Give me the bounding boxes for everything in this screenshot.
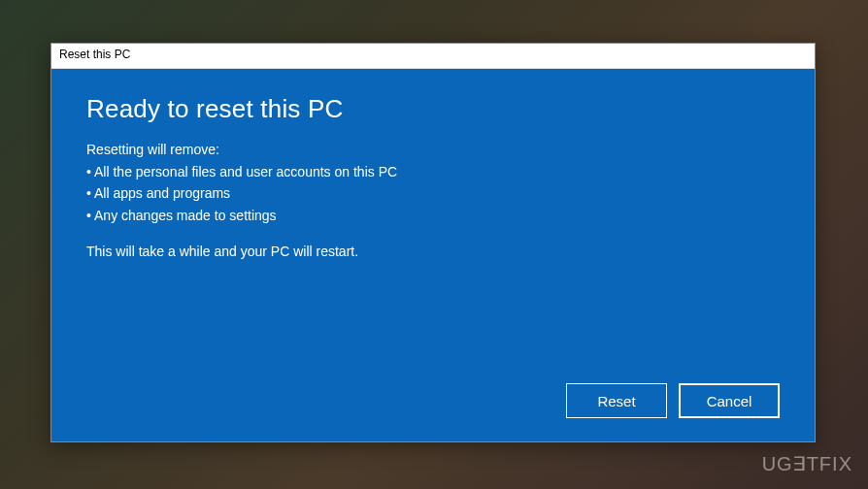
watermark: UG∃TFIX <box>762 452 852 475</box>
removal-list: All the personal files and user accounts… <box>86 161 780 226</box>
dialog-subheading: Resetting will remove: <box>86 142 780 157</box>
reset-pc-dialog: Reset this PC Ready to reset this PC Res… <box>50 43 816 442</box>
dialog-title-bar: Reset this PC <box>51 44 815 69</box>
dialog-note: This will take a while and your PC will … <box>86 244 780 259</box>
dialog-body: Ready to reset this PC Resetting will re… <box>51 69 815 441</box>
watermark-text: UG∃TFIX <box>762 453 852 474</box>
reset-button[interactable]: Reset <box>566 383 667 418</box>
list-item: All apps and programs <box>86 182 780 204</box>
cancel-button[interactable]: Cancel <box>679 383 780 418</box>
dialog-title-text: Reset this PC <box>59 48 130 61</box>
button-row: Reset Cancel <box>566 383 780 418</box>
list-item: Any changes made to settings <box>86 205 780 226</box>
list-item: All the personal files and user accounts… <box>86 161 780 182</box>
dialog-heading: Ready to reset this PC <box>86 94 780 124</box>
